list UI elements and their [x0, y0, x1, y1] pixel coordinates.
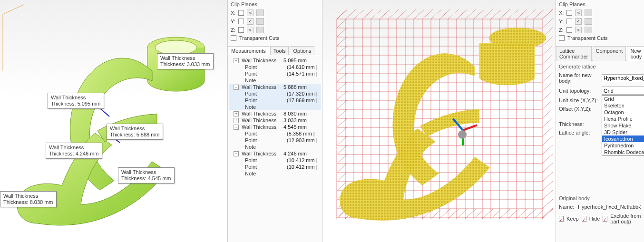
clip-axis-less-button[interactable]: < — [575, 27, 582, 33]
tree-child[interactable]: Point(12.903 mm | — [229, 137, 321, 144]
tree-expander-icon[interactable]: − — [234, 85, 239, 90]
clip-axis-checkbox[interactable] — [566, 10, 572, 16]
tree-expander-icon[interactable]: + — [234, 118, 239, 123]
tab-tools[interactable]: Tools — [270, 46, 289, 55]
transparent-cuts-checkbox-2[interactable] — [559, 35, 565, 41]
viewport-right[interactable] — [322, 0, 556, 242]
tree-group-value: 5.095 mm — [283, 58, 307, 63]
tree-group-label: Wall Thickness — [242, 84, 283, 90]
tree-child[interactable]: Point(17.869 mm | — [229, 97, 321, 104]
tree-child[interactable]: Note — [229, 77, 321, 84]
measurement-tree[interactable]: −Wall Thickness5.095 mmPoint(14.610 mm |… — [228, 55, 322, 179]
tree-group[interactable]: +Wall Thickness8.030 mm — [229, 110, 321, 117]
tree-child-label: Note — [245, 77, 286, 83]
unit-topology-option[interactable]: Icosahedron — [602, 136, 644, 142]
unit-topology-option[interactable]: Octagon — [602, 109, 644, 116]
unit-topology-dropdown[interactable]: GridSkeletonOctagonHexa ProfileSnow Flak… — [602, 95, 644, 156]
tree-child-value: (17.320 mm | — [287, 91, 318, 97]
right-tabs: Lattice Commander Component New body — [556, 46, 644, 61]
clip-axis-swatch[interactable] — [585, 10, 592, 16]
tree-child[interactable]: Point(14.571 mm | — [229, 70, 321, 77]
unit-topology-option[interactable]: Skeleton — [602, 102, 644, 109]
unit-size-label: Unit size (X,Y,Z): — [559, 97, 600, 103]
tree-child-value: (14.610 mm | — [287, 64, 318, 70]
clip-axis-less-button[interactable]: < — [575, 10, 582, 16]
clip-axis-swatch[interactable] — [256, 10, 264, 16]
clip-axis-label: X: — [559, 10, 564, 16]
tree-group[interactable]: −Wall Thickness5.888 mm — [229, 84, 321, 90]
tab-new-body[interactable]: New body — [627, 46, 644, 61]
tree-child-value: (10.412 mm | — [287, 164, 318, 170]
callout-8030: Wall Thickness Thickness: 8.030 mm — [0, 191, 57, 207]
unit-topology-select[interactable] — [602, 87, 644, 95]
clip-axis-swatch[interactable] — [585, 27, 592, 33]
tree-child-label: Point — [245, 131, 286, 136]
tree-group[interactable]: +Wall Thickness3.033 mm — [229, 117, 321, 124]
offset-label: Offset (X,Y,Z): — [559, 106, 600, 112]
tree-expander-icon[interactable]: − — [234, 151, 239, 156]
tree-child-value: (8.358 mm | — [287, 131, 315, 136]
exclude-checkbox[interactable] — [603, 216, 607, 222]
clip-axis-swatch[interactable] — [585, 18, 592, 25]
tab-component[interactable]: Component — [593, 46, 626, 61]
tree-group[interactable]: −Wall Thickness4.545 mm — [229, 124, 321, 130]
clip-axis-less-button[interactable]: < — [247, 18, 254, 25]
tree-expander-icon[interactable]: − — [234, 58, 239, 63]
transparent-cuts-label-2: Transparent Cuts — [567, 35, 608, 41]
tree-expander-icon[interactable]: − — [234, 125, 239, 130]
tree-child[interactable]: Point(10.412 mm | — [229, 157, 321, 164]
tree-child-label: Point — [245, 157, 286, 163]
callout-5095: Wall Thickness Thickness: 5.095 mm — [48, 93, 104, 109]
clip-axis-swatch[interactable] — [256, 27, 264, 33]
clip-axis-checkbox[interactable] — [238, 27, 244, 33]
clip-axis-checkbox[interactable] — [566, 27, 572, 33]
clip-axis-checkbox[interactable] — [238, 10, 244, 16]
tab-options[interactable]: Options — [290, 46, 314, 55]
tree-child-value: (10.412 mm | — [287, 157, 318, 163]
transparent-cuts-label: Transparent Cuts — [239, 35, 280, 41]
clip-axis-less-button[interactable]: < — [247, 10, 254, 16]
orig-name-value: Hyperhook_fixed_Netfabb-2remesh Lattic — [578, 204, 641, 210]
clip-axis-label: Y: — [231, 19, 235, 24]
clip-axis-less-button[interactable]: < — [247, 27, 254, 33]
clip-axis-less-button[interactable]: < — [575, 18, 582, 25]
tree-child[interactable]: Point(10.412 mm | — [229, 164, 321, 170]
tab-measurements[interactable]: Measurements — [228, 46, 269, 55]
axis-z — [452, 118, 464, 131]
tree-child-label: Point — [245, 97, 286, 103]
tree-child[interactable]: Point(17.320 mm | — [229, 90, 321, 97]
keep-checkbox[interactable] — [559, 216, 564, 222]
unit-topology-option[interactable]: Rhombic Dodecahedron — [602, 149, 644, 155]
svg-line-12 — [3, 5, 24, 14]
transparent-cuts-checkbox[interactable] — [231, 35, 236, 41]
tree-expander-icon[interactable]: + — [234, 111, 239, 116]
unit-topology-label: Unit topology: — [559, 88, 600, 94]
viewport-left[interactable]: Wall Thickness Thickness: 3.033 mm Wall … — [0, 0, 227, 242]
name-for-new-body-input[interactable] — [602, 74, 644, 82]
tree-group-label: Wall Thickness — [242, 151, 283, 156]
unit-topology-option[interactable]: Hexa Profile — [602, 116, 644, 122]
tree-child[interactable]: Note — [229, 104, 321, 110]
unit-topology-option[interactable]: Snow Flake — [602, 122, 644, 129]
tree-child[interactable]: Note — [229, 170, 321, 177]
tab-lattice-commander[interactable]: Lattice Commander — [556, 46, 592, 61]
tree-child[interactable]: Point(8.358 mm | — [229, 130, 321, 137]
clip-axis-label: Z: — [231, 27, 235, 33]
tree-child[interactable]: Note — [229, 144, 321, 150]
axis-gizmo[interactable] — [444, 111, 482, 149]
tree-child-label: Note — [245, 144, 286, 150]
unit-topology-option[interactable]: Grid — [602, 96, 644, 102]
unit-topology-option[interactable]: Pyritohedron — [602, 142, 644, 149]
unit-topology-option[interactable]: 3D Spider — [602, 129, 644, 136]
clip-axis-checkbox[interactable] — [566, 19, 572, 24]
tree-child[interactable]: Point(14.610 mm | — [229, 64, 321, 70]
clip-axis-label: Y: — [559, 19, 564, 24]
callout-3033: Wall Thickness Thickness: 3.033 mm — [157, 53, 214, 69]
tree-child-label: Point — [245, 164, 286, 170]
clip-axis-swatch[interactable] — [256, 18, 264, 25]
tree-group-value: 4.246 mm — [283, 151, 307, 156]
tree-group[interactable]: −Wall Thickness4.246 mm — [229, 150, 321, 157]
hide-checkbox[interactable] — [582, 216, 586, 222]
clip-axis-checkbox[interactable] — [238, 19, 244, 24]
tree-group[interactable]: −Wall Thickness5.095 mm — [229, 57, 321, 64]
